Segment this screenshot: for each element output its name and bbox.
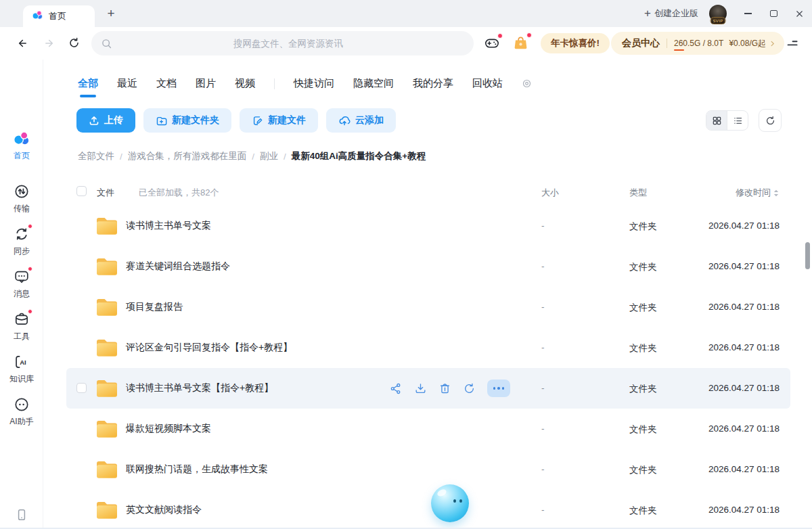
create-enterprise-button[interactable]: + 创建企业版 (644, 7, 698, 20)
cloud-add-button[interactable]: 云添加 (326, 108, 396, 133)
tab-视频[interactable]: 视频 (235, 77, 255, 90)
table-row[interactable]: 赛道关键词组合选题指令- 文件夹 2026.04.27 01:18 (66, 246, 790, 287)
file-name[interactable]: 爆款短视频脚本文案 (126, 423, 211, 435)
file-name[interactable]: 评论区金句引导回复指令【指令+教程】 (126, 342, 292, 354)
delete-icon[interactable] (438, 382, 451, 395)
folder-icon (95, 459, 119, 482)
upload-button[interactable]: 上传 (76, 108, 135, 133)
search-bar[interactable] (91, 31, 474, 55)
menu-icon (785, 36, 800, 51)
load-status: 已全部加载，共82个 (139, 187, 219, 199)
download-icon[interactable] (414, 382, 427, 395)
avatar[interactable]: SVIP (709, 5, 727, 22)
sidebar-item-transfer[interactable]: 传输 (0, 183, 43, 214)
file-name[interactable]: 英文文献阅读指令 (126, 504, 202, 516)
tab-文档[interactable]: 文档 (156, 77, 177, 90)
sidebar-item-home[interactable]: 首页 (0, 130, 43, 162)
collapse-menu-button[interactable] (785, 36, 800, 53)
ai-assistant-icon (13, 396, 30, 413)
breadcrumb-item[interactable]: 游戏合集，所有游戏都在里面 (128, 150, 247, 162)
breadcrumb-item[interactable]: 副业 (260, 150, 278, 162)
file-name[interactable]: 项目复盘报告 (126, 301, 183, 313)
refresh-list-button[interactable] (759, 109, 782, 132)
share-icon[interactable] (390, 382, 403, 395)
tab-隐藏空间[interactable]: 隐藏空间 (353, 77, 394, 90)
row-checkbox[interactable] (76, 383, 87, 393)
new-tab-button[interactable]: + (104, 6, 118, 21)
more-button[interactable] (487, 380, 510, 397)
phone-icon (14, 507, 29, 522)
notification-dot (497, 33, 503, 39)
tab-图片[interactable]: 图片 (196, 77, 216, 90)
table-row[interactable]: 评论区金句引导回复指令【指令+教程】- 文件夹 2026.04.27 01:18 (66, 327, 790, 368)
chevron-right-icon (769, 40, 776, 47)
annual-card-promo-button[interactable]: 年卡惊喜价! (541, 33, 610, 53)
minimize-button[interactable] (735, 0, 761, 27)
file-name[interactable]: 赛道关键词组合选题指令 (126, 260, 230, 273)
games-button[interactable] (484, 35, 500, 54)
tab-我的分享[interactable]: 我的分享 (413, 77, 453, 90)
close-button[interactable] (786, 0, 812, 27)
file-time: 2026.04.27 01:18 (708, 505, 780, 515)
tab-settings-button[interactable] (522, 78, 532, 89)
file-size: - (541, 221, 545, 231)
file-type: 文件夹 (629, 342, 657, 354)
rows-container: 读书博主书单号文案- 文件夹 2026.04.27 01:18 赛道关键词组合选… (66, 206, 790, 529)
member-center-button[interactable]: 会员中心 260.5G / 8.0T ¥0.08/G起 (611, 32, 784, 55)
tools-icon (13, 310, 30, 328)
file-name[interactable]: 联网搜热门话题，生成故事性文案 (126, 463, 268, 476)
sidebar-item-ai-assistant[interactable]: AI助手 (0, 396, 43, 428)
search-input[interactable] (112, 39, 464, 49)
column-time-sort[interactable]: 修改时间 (736, 187, 780, 199)
table-row[interactable]: 爆款短视频脚本文案- 文件夹 2026.04.27 01:18 (66, 409, 790, 449)
select-all-checkbox[interactable] (76, 186, 87, 196)
table-row[interactable]: 项目复盘报告- 文件夹 2026.04.27 01:18 (66, 287, 790, 327)
tab-divider (274, 78, 275, 89)
badge-dot (28, 309, 32, 314)
back-button[interactable] (16, 37, 30, 53)
tab-回收站[interactable]: 回收站 (472, 77, 503, 90)
table-row[interactable]: 读书博主书单号文案【指令+教程】 - 文件夹 2026.04.27 01:18 (66, 368, 790, 409)
sidebar-item-tools[interactable]: 工具 (0, 310, 43, 342)
folder-icon (95, 378, 119, 401)
ai-assistant-bubble[interactable] (431, 484, 469, 522)
grid-view-icon (712, 116, 722, 126)
list-header: 文件 已全部加载，共82个 大小 类型 修改时间 (66, 177, 790, 206)
sidebar: 首页 传输 同步 消息 工具AI 知识库 AI助手 (0, 60, 43, 529)
reload-icon (68, 37, 81, 49)
titlebar: 首页 + + 创建企业版 SVIP (0, 0, 812, 27)
breadcrumb-separator: / (120, 152, 122, 162)
tab-最近[interactable]: 最近 (117, 77, 137, 90)
welfare-button[interactable] (512, 34, 529, 54)
forward-button[interactable] (42, 37, 55, 53)
file-name[interactable]: 读书博主书单号文案【指令+教程】 (126, 382, 273, 394)
sidebar-item-sync[interactable]: 同步 (0, 225, 43, 257)
list-view-button[interactable] (727, 111, 748, 130)
sidebar-item-messages[interactable]: 消息 (0, 268, 43, 300)
new-file-button[interactable]: 新建文件 (240, 108, 318, 133)
mobile-app-button[interactable] (0, 507, 43, 522)
tab-快捷访问[interactable]: 快捷访问 (294, 77, 334, 90)
scrollbar-thumb[interactable] (805, 242, 810, 269)
new-folder-button[interactable]: 新建文件夹 (143, 108, 231, 133)
file-type: 文件夹 (629, 505, 657, 517)
app-tab-home[interactable]: 首页 (23, 5, 95, 27)
folder-icon (95, 419, 119, 442)
table-row[interactable]: 读书博主书单号文案- 文件夹 2026.04.27 01:18 (66, 206, 790, 246)
maximize-button[interactable] (761, 0, 786, 27)
file-type: 文件夹 (629, 221, 657, 233)
column-file: 文件 (97, 187, 114, 199)
file-name[interactable]: 读书博主书单号文案 (126, 220, 211, 232)
folder-icon (95, 256, 119, 279)
sync-icon[interactable] (463, 382, 476, 395)
sidebar-item-knowledge[interactable]: AI 知识库 (0, 353, 43, 385)
grid-view-button[interactable] (706, 111, 727, 130)
sidebar-item-label: 消息 (14, 288, 30, 300)
breadcrumb-item[interactable]: 全部文件 (78, 150, 114, 162)
tab-全部[interactable]: 全部 (78, 77, 98, 90)
file-size: - (541, 383, 545, 393)
file-size: - (541, 505, 545, 515)
reload-button[interactable] (68, 37, 81, 52)
search-icon (101, 38, 112, 49)
file-time: 2026.04.27 01:18 (708, 383, 780, 393)
